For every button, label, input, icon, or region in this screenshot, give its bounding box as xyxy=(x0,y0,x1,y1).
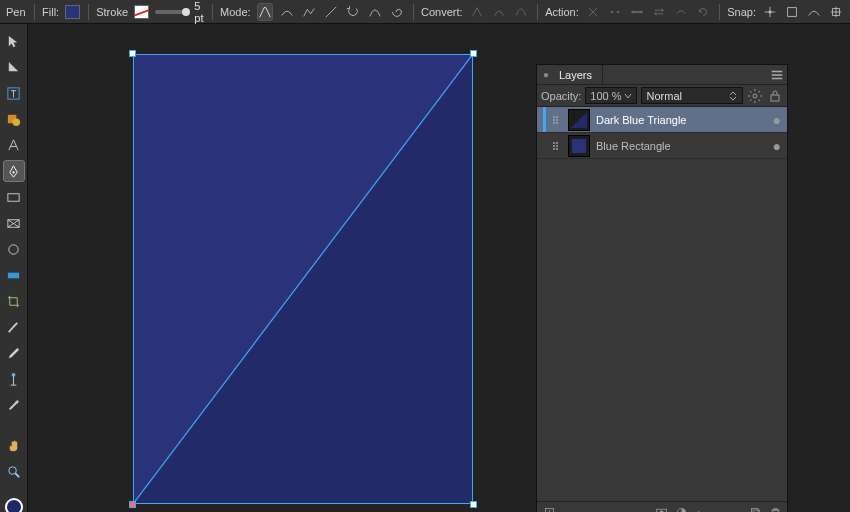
action-close-icon[interactable] xyxy=(585,3,601,21)
layer-name[interactable]: Dark Blue Triangle xyxy=(596,114,687,126)
gear-icon[interactable] xyxy=(747,88,763,104)
mode-pen-icon[interactable] xyxy=(257,3,273,21)
trash-icon[interactable] xyxy=(767,505,783,513)
svg-point-29 xyxy=(556,148,558,150)
layer-row[interactable]: Blue Rectangle ● xyxy=(537,133,787,159)
snap-node-icon[interactable] xyxy=(762,3,778,21)
svg-point-15 xyxy=(753,94,757,98)
convert-smooth-icon[interactable] xyxy=(491,3,507,21)
main-area: ● Layers Opacity: 100 % Normal xyxy=(0,24,850,512)
mode-spiral-icon[interactable] xyxy=(389,3,405,21)
adjust-icon[interactable] xyxy=(673,505,689,513)
svg-rect-3 xyxy=(788,7,797,16)
layer-row[interactable]: Dark Blue Triangle ● xyxy=(537,107,787,133)
stroke-width-value[interactable]: 5 pt xyxy=(194,0,203,24)
action-redo-icon[interactable] xyxy=(695,3,711,21)
mode-arc-icon[interactable] xyxy=(367,3,383,21)
svg-rect-30 xyxy=(572,139,586,153)
snap-geometry-icon[interactable] xyxy=(784,3,800,21)
panel-footer: fx xyxy=(537,501,787,512)
handle-bottom-left[interactable] xyxy=(129,501,136,508)
node-tool[interactable] xyxy=(3,56,25,78)
mask-icon[interactable] xyxy=(653,505,669,513)
layer-grip-icon[interactable] xyxy=(552,141,562,151)
mode-label: Mode: xyxy=(220,6,251,18)
snap-all-icon[interactable] xyxy=(828,3,844,21)
duplicate-icon[interactable] xyxy=(747,505,763,513)
panel-collapse-dot[interactable]: ● xyxy=(537,69,549,80)
stroke-swatch[interactable] xyxy=(134,5,149,19)
convert-sharp-icon[interactable] xyxy=(469,3,485,21)
spray-tool[interactable] xyxy=(3,368,25,390)
triangle-edge xyxy=(133,54,473,504)
panel-options: Opacity: 100 % Normal xyxy=(537,85,787,107)
shape-tool[interactable] xyxy=(3,108,25,130)
svg-point-25 xyxy=(553,145,555,147)
fill-swatch[interactable] xyxy=(65,5,80,19)
convert-label: Convert: xyxy=(421,6,463,18)
layer-thumb xyxy=(568,109,590,131)
mode-smart-icon[interactable] xyxy=(279,3,295,21)
text-tool[interactable] xyxy=(3,134,25,156)
rectangle-tool[interactable] xyxy=(3,186,25,208)
options-bar: Pen Fill: Stroke 5 pt Mode: Convert: Act… xyxy=(0,0,850,24)
mode-poly-icon[interactable] xyxy=(301,3,317,21)
move-tool[interactable] xyxy=(3,30,25,52)
canvas[interactable]: ● Layers Opacity: 100 % Normal xyxy=(28,24,850,512)
handle-top-right[interactable] xyxy=(470,50,477,57)
blend-mode-select[interactable]: Normal xyxy=(641,87,743,104)
stroke-label: Stroke xyxy=(96,6,128,18)
svg-point-13 xyxy=(9,466,17,474)
fx-icon[interactable]: fx xyxy=(693,505,709,513)
action-break-icon[interactable] xyxy=(607,3,623,21)
svg-point-26 xyxy=(553,148,555,150)
mode-refresh-icon[interactable] xyxy=(345,3,361,21)
left-toolbar xyxy=(0,24,28,512)
artboard[interactable] xyxy=(133,54,473,504)
layer-grip-icon[interactable] xyxy=(552,115,562,125)
svg-point-6 xyxy=(13,118,21,126)
brush-tool[interactable] xyxy=(3,316,25,338)
blend-mode-value: Normal xyxy=(647,90,682,102)
snap-curve-icon[interactable] xyxy=(806,3,822,21)
action-label: Action: xyxy=(545,6,579,18)
text-frame-tool[interactable] xyxy=(3,82,25,104)
svg-point-2 xyxy=(768,10,772,14)
stroke-slider[interactable] xyxy=(155,10,189,14)
action-reverse-icon[interactable] xyxy=(651,3,667,21)
mode-line-icon[interactable] xyxy=(323,3,339,21)
hand-tool[interactable] xyxy=(3,434,25,456)
stepper-icon xyxy=(729,91,737,101)
layer-thumb xyxy=(568,135,590,157)
handle-bottom-right[interactable] xyxy=(470,501,477,508)
action-join-icon[interactable] xyxy=(629,3,645,21)
action-smooth-icon[interactable] xyxy=(673,3,689,21)
svg-point-0 xyxy=(631,10,634,13)
eyedropper-tool[interactable] xyxy=(3,342,25,364)
opacity-field[interactable]: 100 % xyxy=(585,87,636,104)
pen-tool[interactable] xyxy=(3,160,25,182)
panel-menu-icon[interactable] xyxy=(767,65,787,85)
crop-tool[interactable] xyxy=(3,290,25,312)
layers-panel: ● Layers Opacity: 100 % Normal xyxy=(536,64,788,512)
svg-point-17 xyxy=(553,116,555,118)
ellipse-tool[interactable] xyxy=(3,238,25,260)
svg-point-24 xyxy=(553,142,555,144)
zoom-tool[interactable] xyxy=(3,460,25,482)
svg-rect-8 xyxy=(8,193,19,201)
handle-top-left[interactable] xyxy=(129,50,136,57)
frame-rect-tool[interactable] xyxy=(3,212,25,234)
layer-name[interactable]: Blue Rectangle xyxy=(596,140,671,152)
svg-marker-23 xyxy=(571,112,587,128)
lock-icon[interactable] xyxy=(767,88,783,104)
svg-point-1 xyxy=(640,10,643,13)
add-layer-icon[interactable] xyxy=(541,505,557,513)
svg-point-21 xyxy=(556,119,558,121)
gradient-tool[interactable] xyxy=(3,264,25,286)
current-tool-label: Pen xyxy=(6,6,26,18)
layers-list: Dark Blue Triangle ● Blue Rectangle ● xyxy=(537,107,787,501)
fgbg-swatch[interactable] xyxy=(3,496,25,512)
convert-smart-icon[interactable] xyxy=(513,3,529,21)
layers-tab[interactable]: Layers xyxy=(549,65,603,84)
wand-tool[interactable] xyxy=(3,394,25,416)
